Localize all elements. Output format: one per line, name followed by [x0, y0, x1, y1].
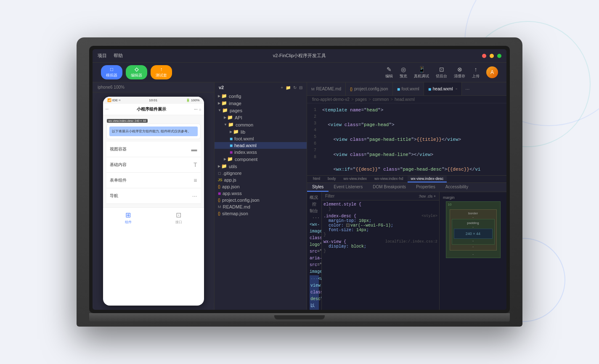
tree-label-lib: lib — [241, 129, 245, 135]
tree-item-sitemap[interactable]: {} sitemap.json — [215, 210, 307, 217]
new-folder-icon[interactable]: 📁 — [286, 85, 291, 90]
preview-panel: iphone6 100% 📶 IDE ≈ 10:01 🔋 100% — [93, 82, 215, 310]
tree-label-app-wxss: app.wxss — [223, 191, 242, 196]
tree-item-gitignore[interactable]: ◻ .gitignore — [215, 170, 307, 177]
tree-item-app-wxss[interactable]: ◼ app.wxss — [215, 190, 307, 197]
menu-icon-3: ··· — [192, 193, 197, 199]
element-label: wx-view.index-desc 240 × 44 — [107, 119, 148, 123]
clear-cache-action[interactable]: ⊗ 清缓存 — [454, 66, 465, 79]
tree-item-common[interactable]: ▼ 📁 common — [215, 121, 307, 128]
tab-foot-wxml[interactable]: ◼ foot.wxml — [393, 82, 424, 95]
tree-item-app-js[interactable]: JS app.js — [215, 177, 307, 183]
tab-readme[interactable]: M README.md — [307, 82, 346, 95]
tree-item-readme[interactable]: M README.md — [215, 203, 307, 210]
bottom-content: 概况 控制台 ··· <wx-image class="index-logo" … — [307, 192, 506, 310]
box-margin-bottom: - — [448, 252, 498, 256]
phone-menu-item-0[interactable]: 视图容器 ▬ — [106, 142, 201, 157]
box-content: 240 × 44 — [454, 229, 493, 239]
collapse-icon[interactable]: ⊟ — [299, 85, 302, 90]
upload-icon: ↑ — [474, 66, 477, 73]
tree-label-gitignore: .gitignore — [223, 171, 241, 176]
test-icon: ↑ — [160, 66, 163, 72]
bottom-tab-dom-breakpoints[interactable]: DOM Breakpoints — [368, 183, 411, 192]
menu-icon-0: ▬ — [191, 146, 197, 153]
dom-elem-tab-html[interactable]: html — [310, 176, 323, 182]
file-icon-sitemap: {} — [218, 211, 220, 216]
styles-filter-input[interactable] — [325, 194, 416, 198]
menu-label-2: 表单组件 — [110, 177, 127, 183]
nav-item-1[interactable]: ⊡ 接口 — [175, 211, 182, 224]
file-icon-gitignore: ◻ — [218, 171, 221, 175]
tree-label-common: common — [236, 122, 253, 127]
bottom-tab-styles[interactable]: Styles — [307, 183, 329, 192]
minimize-button[interactable] — [490, 54, 494, 58]
tree-item-foot-wxml[interactable]: ◼ foot.wxml — [215, 135, 307, 142]
tree-item-config[interactable]: ▶ 📁 config — [215, 92, 307, 100]
upload-action[interactable]: ↑ 上传 — [472, 66, 480, 79]
phone-menu-item-1[interactable]: 基础内容 T — [106, 157, 201, 173]
dom-elem-tab-index-hd[interactable]: wx-view.index-hd — [371, 176, 407, 182]
bottom-tab-properties[interactable]: Properties — [411, 183, 440, 192]
bottom-tab-accessibility[interactable]: Accessibility — [440, 183, 473, 192]
nav-label-1: 接口 — [175, 220, 182, 224]
code-editor[interactable]: 12345678 <template name="head"> <view cl… — [307, 103, 506, 175]
tree-item-lib[interactable]: ▶ 📁 lib — [215, 128, 307, 135]
tab-head-wxml[interactable]: ◼ head.wxml × — [424, 82, 462, 95]
tree-item-utils[interactable]: ▶ 📁 utils — [215, 163, 307, 170]
file-icon-project-config: {} — [218, 198, 220, 202]
tree-arrow-lib: ▶ — [230, 130, 232, 134]
dom-line-2[interactable]: ···<wx-view class="index-desc">以下将展示小程序官… — [310, 275, 319, 310]
dom-elem-tab-index[interactable]: wx-view.index — [340, 176, 371, 182]
tree-item-api[interactable]: ▶ 📁 API — [215, 114, 307, 121]
file-icon-foot: ◼ — [230, 137, 233, 141]
status-bar: 📶 IDE ≈ 10:01 🔋 100% — [103, 97, 204, 104]
laptop-base — [89, 313, 510, 322]
code-content[interactable]: <template name="head"> <view class="page… — [319, 103, 506, 175]
menu-help[interactable]: 帮助 — [114, 53, 123, 59]
tab-more[interactable]: ··· — [462, 86, 473, 92]
nav-item-0[interactable]: ⊞ 组件 — [125, 211, 132, 224]
file-icon-app-json: {} — [218, 185, 220, 189]
breadcrumb-sep-1: > — [351, 97, 354, 102]
tree-item-index-wxss[interactable]: ◼ index.wxss — [215, 149, 307, 156]
title-bar: 项目 帮助 v2-FinClip小程序开发工具 — [93, 49, 506, 63]
dom-panel[interactable]: 概况 控制台 ··· <wx-image class="index-logo" … — [307, 192, 321, 310]
tree-item-head-wxml[interactable]: ◼ head.wxml — [215, 142, 307, 149]
maximize-button[interactable] — [497, 54, 501, 58]
background-action[interactable]: ⊡ 切后台 — [436, 66, 447, 79]
phone-menu-item-3[interactable]: 导航 ··· — [106, 188, 201, 204]
editor-button[interactable]: ◇ 编辑器 — [126, 65, 147, 79]
tree-item-project-config[interactable]: {} project.config.json — [215, 197, 307, 203]
folder-icon-component: 📁 — [227, 156, 233, 162]
phone-menu-item-2[interactable]: 表单组件 ≡ — [106, 173, 201, 188]
simulator-label: 模拟器 — [106, 73, 117, 78]
tree-label-api: API — [235, 115, 242, 120]
tree-item-app-json[interactable]: {} app.json — [215, 183, 307, 190]
pseudo-filter[interactable]: :hov .cls + — [419, 194, 436, 198]
tree-item-component[interactable]: ▶ 📁 component — [215, 156, 307, 163]
preview-action[interactable]: ◎ 预览 — [400, 66, 407, 79]
tab-close-head[interactable]: × — [456, 87, 458, 91]
device-debug-action[interactable]: 📱 真机调试 — [414, 66, 429, 79]
dom-line-0: 概况 控制台 ··· — [310, 195, 319, 222]
test-button[interactable]: ↑ 测试套 — [151, 65, 172, 79]
bottom-tabs-bar: Styles Event Listeners DOM Breakpoints P… — [307, 183, 506, 192]
tab-project-config[interactable]: {} project.config.json — [346, 82, 393, 95]
device-label: 真机调试 — [414, 74, 429, 79]
editor-label: 编辑器 — [131, 73, 142, 78]
refresh-icon[interactable]: ↻ — [293, 85, 297, 90]
menu-project[interactable]: 项目 — [98, 53, 107, 59]
dom-elem-tab-index-desc[interactable]: wx-view.index-desc — [408, 176, 447, 182]
new-file-icon[interactable]: + — [281, 85, 283, 90]
dom-elem-tab-body[interactable]: body — [324, 176, 339, 182]
tree-item-pages[interactable]: ▼ 📁 pages — [215, 107, 307, 114]
simulator-button[interactable]: □ 模拟器 — [101, 65, 122, 79]
close-button[interactable] — [482, 54, 486, 58]
menu-label-0: 视图容器 — [110, 146, 127, 152]
bottom-tab-event[interactable]: Event Listeners — [329, 183, 368, 192]
box-padding-label: padding — [454, 221, 493, 225]
user-avatar[interactable]: A — [486, 66, 498, 78]
edit-action[interactable]: ✎ 编辑 — [385, 66, 393, 79]
tree-item-image[interactable]: ▶ 📁 image — [215, 100, 307, 107]
file-icon-readme: M — [218, 205, 221, 209]
